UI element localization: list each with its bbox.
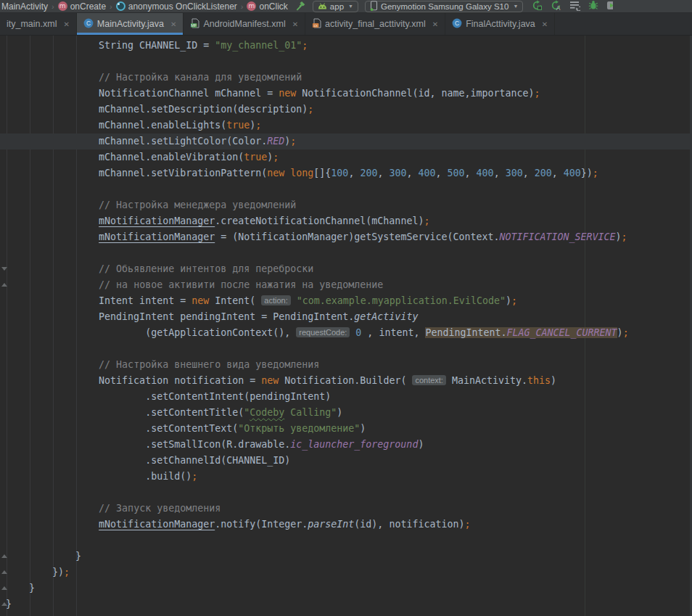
breadcrumb-item-onclick[interactable]: monClick [247,1,287,12]
number-token: 300 [506,168,523,178]
code-text: , [406,168,418,178]
code-text [6,200,99,210]
code-text: ) [617,327,623,338]
fold-marker-icon[interactable] [1,554,7,558]
field-token: mNotificationManager [99,519,215,530]
close-icon[interactable]: ✕ [292,20,298,28]
tab-ity-main-xml[interactable]: ity_main.xml✕ [0,13,77,35]
android-studio-window: { "colors": { "editor_bg": "#2B2B2B", "t… [0,0,692,616]
code-line: .setContentText("Открыть уведомление") [0,421,692,437]
breadcrumb: MainActivity›monCreate›anonymous OnClick… [0,1,288,12]
tab-finalacttivity-java[interactable]: CFinalActtivity.java✕ [445,13,555,35]
run-actions: A [532,0,613,13]
close-icon[interactable]: ✕ [542,20,548,28]
code-text: .build() [6,471,191,482]
semicolon-token: ; [302,40,308,51]
tab-label: MainActivity.java [97,19,164,29]
code-text: } [6,583,35,594]
build-hammer-icon[interactable] [295,1,306,12]
number-token: 400 [477,168,494,178]
string-token: "my_channel_01" [215,40,302,51]
java-class-icon: C [83,18,94,30]
breadcrumb-label: onClick [259,1,287,12]
editor-tab-bar: ity_main.xml✕CMainActivity.java✕MFAndroi… [0,13,692,36]
top-toolbar: MainActivity›monCreate›anonymous OnClick… [0,0,692,13]
svg-text:C: C [86,20,91,27]
breadcrumb-separator: › [239,2,245,11]
fold-marker-icon[interactable] [1,602,7,606]
current-code-line: mChannel.setLightColor(Color.RED); [0,134,692,149]
semicolon-token: ; [255,120,261,131]
module-selector[interactable]: app ▼ [313,1,358,12]
number-token: 400 [419,168,436,178]
close-icon[interactable]: ✕ [170,20,176,28]
code-text: , [377,168,389,178]
constant-token: ic_launcher_foreground [290,439,418,450]
code-text: = (NotificationManager)getSystemService(… [215,231,499,242]
constant-token: RED [267,136,284,147]
close-icon[interactable]: ✕ [63,20,69,28]
keyword-token: new [191,295,209,306]
breadcrumb-label: MainActivity [1,1,48,12]
fold-marker-icon[interactable] [1,586,7,590]
code-text: mChannel.enableVibration( [6,152,244,163]
semicolon-token: ; [622,231,627,242]
android-icon [318,2,327,11]
tab-label: FinalActtivity.java [466,19,535,29]
semicolon-token: ; [535,88,540,99]
tab-label: ity_main.xml [7,19,57,29]
code-text [6,263,99,274]
code-text: ) [360,423,366,434]
breadcrumb-item-anonymous-onclicklistener[interactable]: anonymous OnClickListener [116,1,237,12]
code-line: mNotificationManager = (NotificationMana… [0,229,692,245]
code-line: } [0,580,692,596]
breadcrumb-label: anonymous OnClickListener [128,1,237,12]
close-icon[interactable]: ✕ [432,20,438,28]
chevron-down-icon: ▼ [513,4,518,9]
build-output-icon[interactable] [569,0,580,13]
fold-marker-icon[interactable] [1,283,7,287]
code-line: .setContentTitle("Codeby Calling") [0,405,692,421]
code-line: .setContentIntent(pendingIntent) [0,389,692,405]
apply-changes-icon[interactable] [532,0,543,13]
code-text: .setSmallIcon(R.drawable. [6,439,290,450]
code-text [291,295,297,306]
string-token: "com.example.myapplication.EvilCode" [297,295,506,306]
code-text: mChannel.setVibrationPattern( [6,168,267,178]
code-text: mChannel.setDescription(description) [6,104,308,115]
keyword-token: new [267,168,284,178]
semicolon-token: ; [290,136,296,147]
code-line: // Запуск уведомления [0,501,692,517]
keyword-token: new [261,375,279,386]
fold-marker-icon[interactable] [1,570,7,574]
code-text: Intent intent = [6,295,191,306]
number-token: 200 [360,168,377,178]
code-text: ) [337,407,342,418]
code-text: , [465,168,477,178]
code-line [0,485,692,501]
semicolon-token: ; [623,327,629,338]
field-token: mNotificationManager [99,215,215,226]
breadcrumb-item-oncreate[interactable]: monCreate [58,1,106,12]
string-token: "Открыть уведомление" [238,423,360,434]
code-line: Notification notification = new Notifica… [0,373,692,389]
device-selector[interactable]: Genymotion Samsung Galaxy S10 ▼ [365,1,523,12]
debug-icon[interactable] [588,0,598,12]
attach-debugger-icon[interactable] [606,0,613,13]
code-line: PendingIntent pendingIntent = PendingInt… [0,309,692,325]
fold-marker-icon[interactable] [1,267,7,271]
code-text: .notify(Integer. [215,519,308,530]
apply-code-changes-icon[interactable]: A [551,0,561,13]
semicolon-token: ; [308,104,313,115]
tab-activity-final-acttivity-xml[interactable]: cxactivity_final_acttivity.xml✕ [305,13,445,35]
comment-token: // на новое активити после нажатия на ув… [99,279,383,290]
comment-token: // Настройка внешнего вида уведомления [99,359,319,370]
phone-icon [370,1,378,12]
tab-mainactivity-java[interactable]: CMainActivity.java✕ [77,13,184,35]
code-editor[interactable]: String CHANNEL_ID = "my_channel_01"; // … [0,36,692,616]
tab-label: AndroidManifest.xml [203,19,285,29]
code-line: // на новое активити после нажатия на ув… [0,277,692,293]
code-text: (getApplicationContext(), [6,327,296,338]
tab-androidmanifest-xml[interactable]: MFAndroidManifest.xml✕ [184,13,305,35]
breadcrumb-item-mainactivity[interactable]: MainActivity [1,1,48,12]
